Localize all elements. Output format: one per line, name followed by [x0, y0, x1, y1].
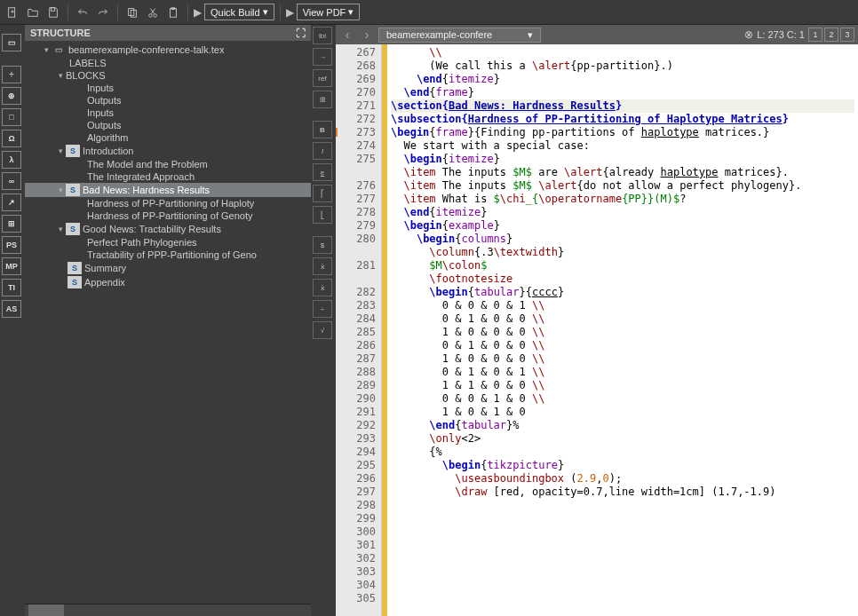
structure-header: STRUCTURE ⛶: [25, 25, 311, 41]
symbol-btn[interactable]: ↗: [2, 193, 21, 211]
structure-title: STRUCTURE: [30, 28, 91, 38]
emph-btn[interactable]: e: [313, 163, 332, 181]
tree-section-selected[interactable]: ▾SBad News: Hardness Results: [25, 183, 311, 197]
svg-rect-0: [9, 7, 15, 17]
play-icon-2[interactable]: ▶: [286, 6, 294, 19]
tree-section[interactable]: SAppendix: [25, 275, 311, 289]
symbol-btn[interactable]: Ω: [2, 130, 21, 147]
tool-btn[interactable]: x̂: [313, 279, 332, 296]
nav-fwd-icon[interactable]: ›: [359, 27, 375, 43]
tool-btn[interactable]: ref: [313, 69, 332, 87]
file-dropdown[interactable]: beamerexample-confere▾: [378, 28, 541, 43]
tool-btn[interactable]: x̌: [313, 257, 332, 275]
save-icon[interactable]: [44, 4, 62, 21]
tree-root[interactable]: ▾▭beamerexample-conference-talk.tex: [25, 43, 311, 57]
editor-header: ‹ › beamerexample-confere▾ ⊗ L: 273 C: 1…: [336, 25, 858, 44]
tool-btn[interactable]: →: [313, 48, 332, 66]
code-content[interactable]: \\ (We call this a \alert{pp-partition}.…: [387, 44, 858, 616]
tree-item[interactable]: Hardness of PP-Partitioning of Haploty: [25, 197, 311, 209]
tree-section[interactable]: SSummary: [25, 261, 311, 275]
tree-item[interactable]: Perfect Path Phylogenies: [25, 236, 311, 249]
symbol-btn[interactable]: ∞: [2, 172, 21, 190]
h-scrollbar[interactable]: [25, 604, 311, 616]
close-icon[interactable]: ⊗: [744, 28, 753, 41]
symbol-btn[interactable]: ▭: [2, 34, 21, 51]
tool-btn[interactable]: ⊞: [313, 91, 332, 108]
frac-btn[interactable]: ÷: [313, 300, 332, 318]
layout-1-btn[interactable]: 1: [808, 28, 822, 42]
svg-point-5: [154, 13, 157, 17]
tree-item[interactable]: The Model and the Problem: [25, 158, 311, 170]
tool-btn[interactable]: lbl: [313, 27, 332, 44]
paste-icon[interactable]: [164, 4, 182, 21]
expand-icon[interactable]: ⛶: [296, 28, 306, 38]
tree-item[interactable]: Algorithm: [25, 131, 311, 144]
tree-item[interactable]: Outputs: [25, 119, 311, 131]
svg-point-4: [149, 13, 153, 17]
cut-icon[interactable]: [144, 4, 162, 21]
quick-build-dropdown[interactable]: Quick Build▾: [204, 4, 274, 20]
structure-tree: ▾▭beamerexample-conference-talk.tex LABE…: [25, 41, 311, 604]
layout-3-btn[interactable]: 3: [840, 28, 854, 42]
tree-item[interactable]: The Integrated Approach: [25, 170, 311, 183]
line-gutter: 2672682692702712722732742752762772782792…: [336, 44, 382, 616]
redo-icon[interactable]: [94, 4, 112, 21]
symbol-btn[interactable]: ⊕: [2, 87, 21, 105]
symbol-btn[interactable]: PS: [2, 236, 21, 254]
copy-icon[interactable]: [123, 4, 141, 21]
sqrt-btn[interactable]: √: [313, 321, 332, 339]
new-file-icon[interactable]: [4, 4, 21, 21]
tree-section[interactable]: ▾SGood News: Tractability Results: [25, 222, 311, 236]
tree-labels[interactable]: LABELS: [25, 57, 311, 69]
main-toolbar: ▶ Quick Build▾ ▶ View PDF▾: [0, 0, 858, 25]
tree-item[interactable]: Inputs: [25, 82, 311, 94]
tree-item[interactable]: Outputs: [25, 94, 311, 107]
tree-item[interactable]: Hardness of PP-Partitioning of Genoty: [25, 209, 311, 222]
svg-rect-6: [171, 8, 177, 17]
tool-btn[interactable]: $: [313, 236, 332, 254]
tool-btn[interactable]: ⎡: [313, 185, 332, 202]
tree-item[interactable]: Tractability of PPP-Partitioning of Geno: [25, 249, 311, 261]
symbol-btn[interactable]: ÷: [2, 66, 21, 83]
symbol-btn[interactable]: TI: [2, 279, 21, 296]
symbol-btn[interactable]: □: [2, 108, 21, 126]
symbol-btn[interactable]: MP: [2, 257, 21, 275]
play-icon-1[interactable]: ▶: [194, 6, 202, 19]
symbol-btn[interactable]: AS: [2, 300, 21, 318]
tree-blocks[interactable]: ▾BLOCKS: [25, 69, 311, 82]
tree-item[interactable]: Inputs: [25, 107, 311, 119]
tree-section[interactable]: ▾SIntroduction: [25, 144, 311, 158]
view-pdf-dropdown[interactable]: View PDF▾: [297, 4, 361, 20]
editor-pane: ‹ › beamerexample-confere▾ ⊗ L: 273 C: 1…: [336, 25, 858, 616]
view-pdf-label: View PDF: [303, 7, 346, 18]
tool-btn[interactable]: ⎣: [313, 206, 332, 224]
svg-rect-1: [51, 7, 54, 11]
bold-btn[interactable]: B: [313, 121, 332, 138]
layout-2-btn[interactable]: 2: [824, 28, 838, 42]
quick-build-label: Quick Build: [211, 7, 260, 18]
structure-pane: STRUCTURE ⛶ ▾▭beamerexample-conference-t…: [25, 25, 311, 616]
nav-back-icon[interactable]: ‹: [339, 27, 355, 43]
symbol-btn[interactable]: ⊞: [2, 215, 21, 233]
cursor-position: L: 273 C: 1: [757, 29, 805, 40]
undo-icon[interactable]: [74, 4, 91, 21]
mid-tool-bar: lbl → ref ⊞ B I e ⎡ ⎣ $ x̌ x̂ ÷ √: [311, 25, 336, 616]
code-editor[interactable]: 2672682692702712722732742752762772782792…: [336, 44, 858, 616]
symbol-btn[interactable]: λ: [2, 151, 21, 169]
left-symbol-bar: ▭ ÷ ⊕ □ Ω λ ∞ ↗ ⊞ PS MP TI AS: [0, 25, 25, 616]
open-file-icon[interactable]: [24, 4, 42, 21]
italic-btn[interactable]: I: [313, 142, 332, 160]
